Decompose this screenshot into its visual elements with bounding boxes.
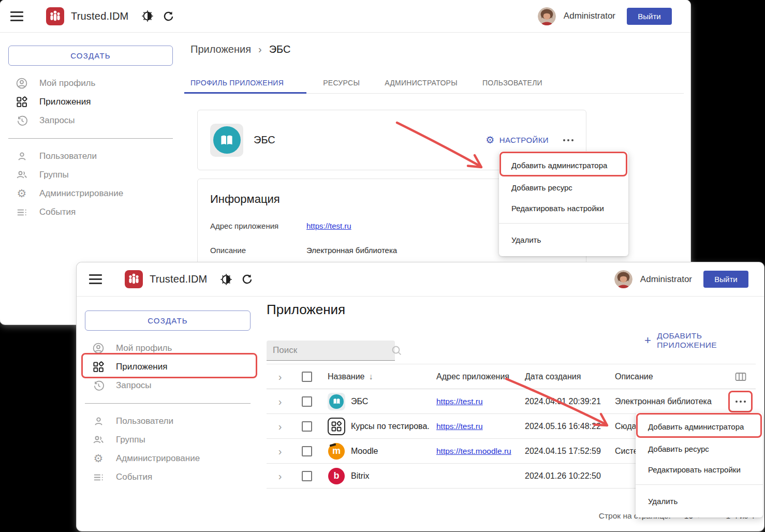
app-title: Trusted.IDM	[150, 273, 207, 285]
menu-item-edit-settings[interactable]: Редактировать настройки	[636, 459, 763, 480]
breadcrumb-applications[interactable]: Приложения	[190, 43, 251, 55]
app-url-link[interactable]: https://test.moodle.ru	[436, 447, 511, 455]
menu-item-add-resource[interactable]: Добавить ресурс	[636, 438, 763, 459]
bitrix-app-icon: b	[328, 467, 345, 485]
row-more-actions-button[interactable]	[728, 391, 753, 412]
app-url-link[interactable]: https://test.ru	[436, 422, 483, 431]
gear-icon: ⚙	[92, 452, 105, 465]
hamburger-menu-icon[interactable]	[89, 274, 102, 284]
sidebar-item-users[interactable]: Пользователи	[8, 147, 173, 166]
sidebar-item-users[interactable]: Пользователи	[85, 412, 251, 431]
row-checkbox[interactable]	[302, 471, 312, 481]
profile-icon	[92, 342, 105, 354]
sidebar-item-applications[interactable]: Приложения	[8, 93, 173, 111]
sidebar-item-my-profile[interactable]: Мой профиль	[85, 339, 251, 358]
create-button[interactable]: СОЗДАТЬ	[8, 46, 173, 66]
sidebar-nav-main: Мой профиль Приложения Запросы	[8, 74, 173, 130]
menu-item-delete[interactable]: Удалить	[636, 490, 763, 512]
widgets-icon	[92, 361, 105, 373]
description-value: Электронная библиотека	[306, 246, 397, 255]
expand-row-icon[interactable]: ›	[278, 446, 282, 456]
sidebar-item-requests[interactable]: Запросы	[85, 376, 251, 395]
chevron-right-icon: ›	[258, 43, 262, 55]
expand-row-icon[interactable]: ›	[278, 471, 282, 481]
sidebar-item-events[interactable]: События	[8, 203, 173, 221]
sidebar-item-administration[interactable]: ⚙ Администрирование	[85, 449, 251, 468]
menu-item-edit-settings[interactable]: Редактировать настройки	[499, 198, 628, 218]
create-button[interactable]: СОЗДАТЬ	[85, 311, 251, 331]
avatar[interactable]	[614, 270, 632, 288]
sidebar-divider	[8, 138, 173, 139]
select-all-checkbox[interactable]	[302, 372, 312, 382]
sidebar-item-label: Группы	[39, 170, 69, 180]
expand-row-icon[interactable]: ›	[278, 396, 282, 407]
sidebar-item-applications[interactable]: Приложения	[85, 358, 251, 376]
logout-button[interactable]: Выйти	[627, 8, 672, 25]
app-name: Moodle	[351, 447, 378, 456]
menu-item-add-administrator[interactable]: Добавить администратора	[636, 415, 763, 438]
sort-desc-icon[interactable]: ↓	[369, 372, 373, 381]
theme-toggle-icon[interactable]	[220, 274, 232, 285]
column-header-url[interactable]: Адрес приложения	[429, 372, 518, 381]
menu-item-delete[interactable]: Удалить	[499, 228, 628, 251]
tab-users[interactable]: ПОЛЬЗОВАТЕЛИ	[474, 73, 551, 94]
app-name: ЭБС	[254, 134, 275, 146]
columns-settings-icon[interactable]	[735, 372, 746, 382]
column-header-description[interactable]: Описание	[608, 372, 725, 381]
sidebar-item-label: Запросы	[39, 115, 75, 126]
sidebar-item-label: Запросы	[116, 380, 152, 391]
sidebar-divider	[85, 403, 251, 404]
column-header-name[interactable]: Название ↓	[320, 372, 429, 381]
column-header-created[interactable]: Дата создания	[518, 372, 608, 381]
app-url-link[interactable]: https://test.ru	[436, 397, 483, 406]
sidebar-item-requests[interactable]: Запросы	[8, 111, 173, 130]
logout-button[interactable]: Выйти	[703, 271, 748, 288]
add-application-button[interactable]: + ДОБАВИТЬ ПРИЛОЖЕНИЕ	[644, 331, 764, 350]
tab-resources[interactable]: РЕСУРСЫ	[315, 73, 368, 94]
row-checkbox[interactable]	[302, 421, 312, 432]
row-checkbox[interactable]	[302, 396, 312, 407]
more-actions-icon[interactable]	[563, 139, 573, 141]
context-menu: Добавить администратора Добавить ресурс …	[499, 151, 628, 256]
menu-item-add-administrator[interactable]: Добавить администратора	[499, 153, 628, 177]
sidebar-item-administration[interactable]: ⚙ Администрирование	[8, 184, 173, 203]
row-checkbox[interactable]	[302, 446, 312, 456]
settings-button[interactable]: ⚙ НАСТРОЙКИ	[486, 135, 549, 145]
widgets-icon	[16, 96, 28, 108]
menu-item-add-resource[interactable]: Добавить ресурс	[499, 177, 628, 198]
avatar[interactable]	[538, 7, 556, 25]
sidebar-nav-admin: Пользователи Группы ⚙ Администрирование …	[85, 412, 251, 486]
sidebar-item-label: Приложения	[39, 97, 91, 107]
sidebar-item-groups[interactable]: Группы	[85, 431, 251, 449]
search-icon	[391, 345, 402, 356]
breadcrumb-current: ЭБС	[269, 43, 291, 55]
sidebar-item-groups[interactable]: Группы	[8, 166, 173, 184]
context-menu: Добавить администратора Добавить ресурс …	[636, 412, 763, 518]
tab-app-profile[interactable]: ПРОФИЛЬ ПРИЛОЖЕНИЯ	[184, 73, 306, 94]
sidebar-item-my-profile[interactable]: Мой профиль	[8, 74, 173, 93]
user-icon	[92, 415, 105, 427]
sidebar-item-label: Мой профиль	[116, 343, 172, 353]
table-row-ebs[interactable]: › ЭБС https://test.ru 2024.04.01 20:39:2…	[267, 389, 756, 414]
refresh-icon[interactable]	[241, 274, 252, 285]
header-bar: Trusted.IDM Administrator Выйти	[77, 262, 764, 297]
history-icon	[16, 114, 28, 127]
sidebar-item-events[interactable]: События	[85, 468, 251, 486]
sidebar-item-label: Пользователи	[39, 151, 97, 161]
sidebar-item-label: Администрирование	[39, 188, 123, 199]
search-input[interactable]	[267, 345, 391, 356]
sidebar-item-label: Мой профиль	[39, 78, 95, 88]
refresh-icon[interactable]	[163, 11, 173, 22]
app-icon-ebs	[210, 124, 243, 157]
tab-administrators[interactable]: АДМИНИСТРАТОРЫ	[376, 73, 466, 94]
expand-row-icon[interactable]: ›	[278, 421, 282, 432]
user-name: Administrator	[640, 274, 692, 285]
app-url-link[interactable]: https://test.ru	[306, 221, 351, 230]
sidebar-item-label: Приложения	[116, 362, 167, 372]
theme-toggle-icon[interactable]	[142, 10, 153, 22]
hamburger-menu-icon[interactable]	[10, 11, 23, 21]
brand-logo-icon	[125, 270, 143, 288]
menu-divider	[636, 484, 763, 485]
book-icon	[218, 131, 236, 149]
gear-icon: ⚙	[486, 135, 494, 145]
